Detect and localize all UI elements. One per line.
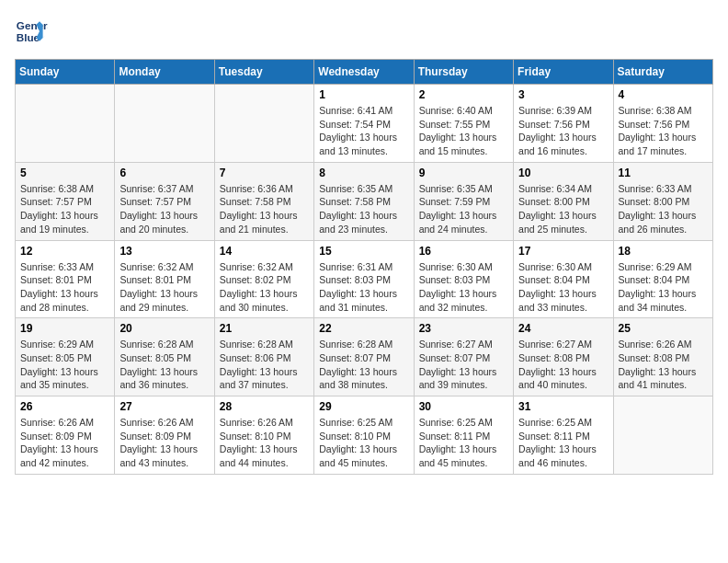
calendar-cell: 4Sunrise: 6:38 AM Sunset: 7:56 PM Daylig…: [613, 85, 712, 163]
calendar-cell: 18Sunrise: 6:29 AM Sunset: 8:04 PM Dayli…: [613, 240, 712, 318]
day-info: Sunrise: 6:34 AM Sunset: 8:00 PM Dayligh…: [518, 182, 608, 236]
day-number: 21: [220, 322, 309, 335]
calendar-cell: [16, 85, 115, 163]
day-number: 4: [619, 88, 708, 101]
calendar-week-row: 26Sunrise: 6:26 AM Sunset: 8:09 PM Dayli…: [16, 396, 713, 475]
day-info: Sunrise: 6:28 AM Sunset: 8:05 PM Dayligh…: [119, 338, 209, 392]
day-number: 23: [419, 322, 508, 335]
calendar-cell: 10Sunrise: 6:34 AM Sunset: 8:00 PM Dayli…: [514, 162, 613, 240]
weekday-header: Saturday: [613, 60, 712, 85]
day-number: 28: [220, 400, 309, 413]
day-info: Sunrise: 6:35 AM Sunset: 7:58 PM Dayligh…: [319, 182, 408, 236]
calendar-cell: 12Sunrise: 6:33 AM Sunset: 8:01 PM Dayli…: [16, 240, 115, 318]
day-info: Sunrise: 6:29 AM Sunset: 8:05 PM Dayligh…: [20, 338, 109, 392]
day-info: Sunrise: 6:25 AM Sunset: 8:11 PM Dayligh…: [419, 416, 508, 470]
calendar-cell: 7Sunrise: 6:36 AM Sunset: 7:58 PM Daylig…: [214, 162, 313, 240]
day-number: 7: [220, 167, 309, 179]
logo: General Blue: [15, 15, 48, 48]
day-info: Sunrise: 6:27 AM Sunset: 8:08 PM Dayligh…: [518, 338, 608, 392]
calendar-week-row: 12Sunrise: 6:33 AM Sunset: 8:01 PM Dayli…: [16, 240, 713, 318]
calendar-cell: [214, 85, 313, 163]
day-info: Sunrise: 6:31 AM Sunset: 8:03 PM Dayligh…: [319, 260, 408, 315]
day-number: 30: [419, 400, 508, 413]
calendar-week-row: 5Sunrise: 6:38 AM Sunset: 7:57 PM Daylig…: [16, 162, 713, 240]
calendar-cell: 23Sunrise: 6:27 AM Sunset: 8:07 PM Dayli…: [414, 318, 513, 396]
day-number: 15: [319, 245, 408, 258]
day-info: Sunrise: 6:26 AM Sunset: 8:08 PM Dayligh…: [619, 338, 708, 392]
day-number: 6: [119, 167, 209, 179]
calendar-cell: 2Sunrise: 6:40 AM Sunset: 7:55 PM Daylig…: [414, 85, 513, 163]
day-info: Sunrise: 6:27 AM Sunset: 8:07 PM Dayligh…: [419, 338, 508, 392]
day-number: 19: [20, 322, 109, 335]
weekday-header: Friday: [514, 60, 613, 85]
day-number: 22: [319, 322, 408, 335]
day-info: Sunrise: 6:33 AM Sunset: 8:01 PM Dayligh…: [20, 260, 109, 315]
calendar-cell: 14Sunrise: 6:32 AM Sunset: 8:02 PM Dayli…: [214, 240, 313, 318]
calendar-cell: 5Sunrise: 6:38 AM Sunset: 7:57 PM Daylig…: [16, 162, 115, 240]
weekday-header: Tuesday: [214, 60, 313, 85]
day-number: 27: [119, 400, 209, 413]
weekday-header-row: SundayMondayTuesdayWednesdayThursdayFrid…: [16, 60, 713, 85]
weekday-header: Sunday: [16, 60, 115, 85]
day-number: 8: [319, 167, 408, 179]
weekday-header: Monday: [115, 60, 214, 85]
calendar-cell: 29Sunrise: 6:25 AM Sunset: 8:10 PM Dayli…: [314, 396, 414, 475]
day-info: Sunrise: 6:39 AM Sunset: 7:56 PM Dayligh…: [518, 104, 608, 158]
day-number: 17: [518, 245, 608, 258]
calendar-cell: 6Sunrise: 6:37 AM Sunset: 7:57 PM Daylig…: [115, 162, 214, 240]
day-number: 3: [518, 88, 608, 101]
day-info: Sunrise: 6:38 AM Sunset: 7:56 PM Dayligh…: [619, 104, 708, 158]
svg-text:Blue: Blue: [17, 31, 40, 43]
day-info: Sunrise: 6:25 AM Sunset: 8:11 PM Dayligh…: [518, 416, 608, 470]
calendar-week-row: 19Sunrise: 6:29 AM Sunset: 8:05 PM Dayli…: [16, 318, 713, 396]
day-info: Sunrise: 6:32 AM Sunset: 8:02 PM Dayligh…: [220, 260, 309, 315]
calendar-cell: 22Sunrise: 6:28 AM Sunset: 8:07 PM Dayli…: [314, 318, 414, 396]
calendar-table: SundayMondayTuesdayWednesdayThursdayFrid…: [15, 59, 713, 475]
day-number: 29: [319, 400, 408, 413]
day-number: 26: [20, 400, 109, 413]
day-info: Sunrise: 6:40 AM Sunset: 7:55 PM Dayligh…: [419, 104, 508, 158]
day-number: 13: [119, 245, 209, 258]
day-info: Sunrise: 6:26 AM Sunset: 8:10 PM Dayligh…: [220, 416, 309, 470]
calendar-cell: 19Sunrise: 6:29 AM Sunset: 8:05 PM Dayli…: [16, 318, 115, 396]
day-info: Sunrise: 6:41 AM Sunset: 7:54 PM Dayligh…: [319, 104, 408, 158]
page-header: General Blue: [15, 15, 713, 48]
day-info: Sunrise: 6:38 AM Sunset: 7:57 PM Dayligh…: [20, 182, 109, 236]
calendar-cell: 13Sunrise: 6:32 AM Sunset: 8:01 PM Dayli…: [115, 240, 214, 318]
day-info: Sunrise: 6:28 AM Sunset: 8:07 PM Dayligh…: [319, 338, 408, 392]
svg-text:General: General: [17, 19, 48, 31]
calendar-cell: 15Sunrise: 6:31 AM Sunset: 8:03 PM Dayli…: [314, 240, 414, 318]
calendar-cell: 16Sunrise: 6:30 AM Sunset: 8:03 PM Dayli…: [414, 240, 513, 318]
day-info: Sunrise: 6:28 AM Sunset: 8:06 PM Dayligh…: [220, 338, 309, 392]
calendar-cell: 20Sunrise: 6:28 AM Sunset: 8:05 PM Dayli…: [115, 318, 214, 396]
weekday-header: Wednesday: [314, 60, 414, 85]
calendar-cell: 9Sunrise: 6:35 AM Sunset: 7:59 PM Daylig…: [414, 162, 513, 240]
calendar-cell: 8Sunrise: 6:35 AM Sunset: 7:58 PM Daylig…: [314, 162, 414, 240]
calendar-cell: 27Sunrise: 6:26 AM Sunset: 8:09 PM Dayli…: [115, 396, 214, 475]
calendar-cell: 17Sunrise: 6:30 AM Sunset: 8:04 PM Dayli…: [514, 240, 613, 318]
day-number: 12: [20, 245, 109, 258]
calendar-cell: 26Sunrise: 6:26 AM Sunset: 8:09 PM Dayli…: [16, 396, 115, 475]
day-info: Sunrise: 6:25 AM Sunset: 8:10 PM Dayligh…: [319, 416, 408, 470]
day-info: Sunrise: 6:30 AM Sunset: 8:04 PM Dayligh…: [518, 260, 608, 315]
day-info: Sunrise: 6:30 AM Sunset: 8:03 PM Dayligh…: [419, 260, 508, 315]
calendar-cell: 25Sunrise: 6:26 AM Sunset: 8:08 PM Dayli…: [613, 318, 712, 396]
day-number: 31: [518, 400, 608, 413]
calendar-cell: 3Sunrise: 6:39 AM Sunset: 7:56 PM Daylig…: [514, 85, 613, 163]
calendar-cell: 31Sunrise: 6:25 AM Sunset: 8:11 PM Dayli…: [514, 396, 613, 475]
day-number: 18: [619, 245, 708, 258]
day-info: Sunrise: 6:32 AM Sunset: 8:01 PM Dayligh…: [119, 260, 209, 315]
calendar-cell: [115, 85, 214, 163]
calendar-cell: [613, 396, 712, 475]
day-info: Sunrise: 6:29 AM Sunset: 8:04 PM Dayligh…: [619, 260, 708, 315]
day-number: 25: [619, 322, 708, 335]
calendar-cell: 30Sunrise: 6:25 AM Sunset: 8:11 PM Dayli…: [414, 396, 513, 475]
day-info: Sunrise: 6:37 AM Sunset: 7:57 PM Dayligh…: [119, 182, 209, 236]
day-number: 2: [419, 88, 508, 101]
calendar-cell: 1Sunrise: 6:41 AM Sunset: 7:54 PM Daylig…: [314, 85, 414, 163]
calendar-cell: 24Sunrise: 6:27 AM Sunset: 8:08 PM Dayli…: [514, 318, 613, 396]
day-info: Sunrise: 6:36 AM Sunset: 7:58 PM Dayligh…: [220, 182, 309, 236]
calendar-week-row: 1Sunrise: 6:41 AM Sunset: 7:54 PM Daylig…: [16, 85, 713, 163]
day-number: 14: [220, 245, 309, 258]
day-info: Sunrise: 6:26 AM Sunset: 8:09 PM Dayligh…: [20, 416, 109, 470]
